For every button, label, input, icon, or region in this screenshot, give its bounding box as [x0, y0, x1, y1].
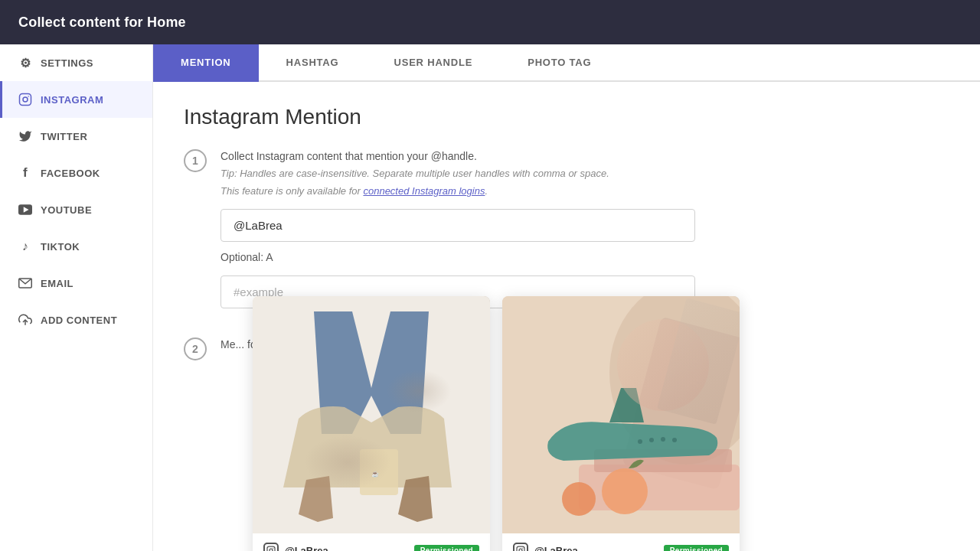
tab-bar: MENTION HASHTAG USER HANDLE PHOTO TAG: [153, 44, 980, 82]
sidebar-item-add-content[interactable]: ADD CONTENT: [0, 302, 152, 338]
card-2-user-row: @LaBrea Permissioned: [513, 543, 729, 551]
svg-point-1: [23, 97, 28, 102]
card-1-username: @LaBrea: [285, 545, 328, 552]
sidebar-item-add-content-label: ADD CONTENT: [41, 315, 117, 326]
card-1-permission-badge: Permissioned: [414, 545, 479, 552]
card-2-permission-badge: Permissioned: [664, 545, 729, 552]
youtube-icon: [18, 202, 33, 217]
step-1: 1 Collect Instagram content that mention…: [184, 148, 949, 318]
sidebar-item-instagram-label: INSTAGRAM: [41, 94, 103, 106]
sidebar-item-email-label: EMAIL: [41, 278, 74, 289]
optional-label: Optional: A: [220, 251, 949, 263]
sidebar-item-youtube-label: YOUTUBE: [41, 204, 92, 216]
main-content: Instagram Mention 1 Collect Instagram co…: [153, 82, 980, 551]
cards-overlay: ☕: [253, 296, 740, 551]
main-layout: ⚙ SETTINGS INSTAGRAM TWITTER f F: [0, 44, 980, 551]
connected-logins-link[interactable]: connected Instagram logins: [363, 185, 485, 197]
sidebar-item-instagram[interactable]: INSTAGRAM: [0, 81, 152, 118]
svg-point-19: [649, 438, 654, 442]
page-title: Instagram Mention: [184, 105, 949, 129]
card-2-footer: @LaBrea Permissioned Add caption for you…: [502, 533, 740, 551]
header-title: Collect content for Home: [18, 15, 186, 31]
sidebar: ⚙ SETTINGS INSTAGRAM TWITTER f F: [0, 44, 153, 551]
email-icon: [18, 276, 33, 291]
sidebar-item-twitter[interactable]: TWITTER: [0, 118, 152, 155]
step-1-desc: Collect Instagram content that mention y…: [220, 148, 949, 200]
svg-point-21: [672, 438, 677, 442]
card-1-image: ☕: [253, 296, 490, 533]
card-2-instagram-icon: [513, 543, 528, 551]
sidebar-item-facebook[interactable]: f FACEBOOK: [0, 155, 152, 191]
step-1-content: Collect Instagram content that mention y…: [220, 148, 949, 318]
settings-icon: ⚙: [18, 55, 33, 70]
svg-point-23: [562, 482, 596, 516]
sidebar-item-settings-label: SETTINGS: [41, 57, 93, 69]
instagram-icon: [18, 92, 33, 107]
card-1-footer: @LaBrea Permissioned Add caption for you…: [253, 533, 490, 551]
add-content-icon: [18, 312, 33, 328]
content-area: MENTION HASHTAG USER HANDLE PHOTO TAG In…: [153, 44, 980, 551]
sidebar-item-tiktok-label: TIKTOK: [41, 241, 80, 253]
step-1-line1: Collect Instagram content that mention y…: [220, 150, 477, 162]
step-1-number: 1: [184, 149, 207, 172]
sidebar-item-facebook-label: FACEBOOK: [41, 168, 100, 179]
sidebar-item-twitter-label: TWITTER: [41, 131, 87, 142]
card-1-user: @LaBrea: [263, 543, 328, 551]
svg-rect-8: [360, 449, 398, 495]
step-1-tip: Tip: Handles are case-insensitive. Separ…: [220, 168, 609, 179]
sidebar-item-email[interactable]: EMAIL: [0, 265, 152, 302]
page-header: Collect content for Home: [0, 0, 980, 44]
card-2-illustration: [502, 296, 740, 533]
svg-rect-7: [253, 296, 490, 533]
svg-point-2: [28, 96, 29, 97]
tab-user-handle[interactable]: USER HANDLE: [366, 44, 500, 82]
svg-rect-0: [20, 94, 31, 106]
facebook-icon: f: [18, 165, 33, 181]
sidebar-item-youtube[interactable]: YOUTUBE: [0, 191, 152, 228]
tiktok-icon: ♪: [18, 239, 33, 254]
card-1-instagram-icon: [263, 543, 279, 551]
svg-point-18: [638, 439, 642, 444]
card-1: ☕: [253, 296, 490, 551]
mention-input[interactable]: [220, 209, 695, 242]
tab-photo-tag[interactable]: PHOTO TAG: [500, 44, 619, 82]
svg-point-26: [522, 548, 523, 549]
card-2-image: [502, 296, 740, 533]
twitter-icon: [18, 129, 33, 144]
svg-point-22: [602, 468, 648, 514]
svg-text:☕: ☕: [371, 470, 379, 478]
card-2: @LaBrea Permissioned Add caption for you…: [502, 296, 740, 551]
step-1-note: This feature is only available for conne…: [220, 185, 488, 197]
sidebar-item-tiktok[interactable]: ♪ TIKTOK: [0, 228, 152, 265]
card-2-user: @LaBrea: [513, 543, 578, 551]
tab-mention[interactable]: MENTION: [153, 44, 259, 82]
svg-point-12: [273, 548, 273, 549]
tab-hashtag[interactable]: HASHTAG: [259, 44, 367, 82]
card-1-illustration: ☕: [253, 296, 490, 533]
card-1-user-row: @LaBrea Permissioned: [263, 543, 479, 551]
svg-point-20: [661, 437, 665, 442]
card-2-username: @LaBrea: [534, 545, 578, 552]
step-2-number: 2: [184, 337, 207, 360]
sidebar-item-settings[interactable]: ⚙ SETTINGS: [0, 44, 152, 81]
